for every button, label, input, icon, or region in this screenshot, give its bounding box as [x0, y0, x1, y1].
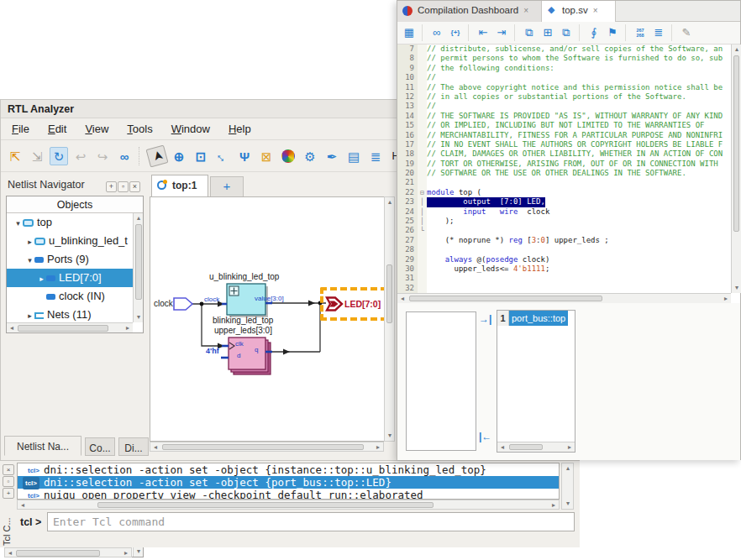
console-hscrollbar[interactable]: ◂▸ [17, 500, 560, 510]
highlight-pen-icon[interactable]: ✒ [323, 147, 341, 165]
annotate-pen-icon[interactable]: ✎ [678, 24, 695, 41]
netlist-vscrollbar[interactable]: ▴▾ [133, 213, 143, 322]
selection-hscrollbar[interactable]: ◂▸ [497, 442, 575, 452]
copy-file-icon[interactable]: ⧉ [521, 24, 538, 41]
expand-arrow-icon[interactable]: ▸ [25, 233, 34, 250]
close-icon[interactable]: × [3, 464, 14, 475]
code-line-15[interactable]: 15// OR IMPLIED, INCLUDING BUT NOT LIMIT… [397, 121, 731, 130]
code-line-7[interactable]: 7// distribute, sublicense, and/or sell … [397, 44, 731, 54]
bookmark-icon[interactable]: ⚑ [604, 24, 621, 41]
editor-vscrollbar[interactable]: ▴▾ [731, 44, 741, 293]
select-cursor-icon[interactable]: ➤ [146, 145, 169, 168]
code-line-27[interactable]: 27 (* noprune *) reg [3:0] upper_leds ; [397, 236, 731, 245]
tab-diagnostics[interactable]: Di... [118, 437, 149, 456]
find-binoculars-icon[interactable]: ∞ [428, 24, 445, 41]
move-in-icon[interactable]: →| [479, 313, 491, 325]
property-hscrollbar[interactable]: ◂▸ [4, 547, 132, 557]
code-line-28[interactable]: 28 [397, 245, 731, 254]
area-select-icon[interactable]: ⊠ [257, 147, 276, 165]
code-line-14[interactable]: 14// THE SOFTWARE IS PROVIDED "AS IS", W… [397, 112, 731, 121]
selected-items-list[interactable]: 1port_bus::top ◂▸ [497, 310, 575, 453]
zoom-area-icon[interactable]: ↔ [209, 143, 235, 169]
unindent-icon[interactable]: ⇤ [475, 24, 491, 41]
code-line-29[interactable]: 29 always @(posedge clock) [397, 255, 731, 264]
move-out-icon[interactable]: |← [479, 431, 491, 442]
code-line-22[interactable]: 22⊟module top ( [397, 188, 731, 197]
tcl-log-line[interactable]: tcl>dni::selection -action set -object {… [18, 463, 559, 476]
available-items-list[interactable] [406, 311, 476, 451]
code-line-18[interactable]: 18// CLAIM, DAMAGES OR OTHER LIABILITY, … [397, 149, 731, 159]
fold-marker-icon[interactable]: ⊟ [418, 188, 427, 197]
code-line-25[interactable]: 25│ ); [397, 217, 731, 226]
tab-top-sv[interactable]: ◆ top.sv× [542, 1, 616, 22]
tcl-console-side-tab[interactable]: Tcl C... [2, 500, 12, 546]
close-tab-icon[interactable]: × [593, 6, 598, 15]
search-binoculars-icon[interactable]: ∞ [115, 147, 134, 165]
tab-top-1[interactable]: top:1 [151, 175, 208, 196]
menu-tools[interactable]: Tools [118, 118, 161, 138]
tcl-log-line[interactable]: tcl>nuiqu open_property_view -checkpoint… [18, 489, 559, 500]
new-file-icon[interactable]: ⊞ [539, 24, 556, 41]
code-line-8[interactable]: 8// permit persons to whom the Software … [397, 54, 731, 63]
selection-list-item[interactable]: 1port_bus::top [497, 311, 575, 326]
code-line-11[interactable]: 11// The above copyright notice and this… [397, 83, 731, 92]
menu-view[interactable]: View [76, 118, 118, 138]
code-line-16[interactable]: 16// MERCHANTABILITY, FITNESS FOR A PART… [397, 131, 731, 140]
wrap-lines-icon[interactable]: ≣ [650, 24, 667, 41]
code-editor[interactable]: 7// distribute, sublicense, and/or sell … [397, 44, 731, 293]
zoom-fit-icon[interactable]: ⊡ [192, 147, 210, 165]
tab-connectivity[interactable]: Co... [85, 437, 115, 456]
tree-item-nets-11-[interactable]: ▸Nets (11) [7, 306, 133, 324]
menu-window[interactable]: Window [162, 118, 219, 138]
color-wheel-icon[interactable] [281, 149, 295, 163]
menu-edit[interactable]: Edit [39, 118, 76, 138]
code-line-10[interactable]: 10// [397, 73, 731, 82]
code-line-13[interactable]: 13// [397, 102, 731, 111]
goto-line-icon[interactable]: 267268 [632, 24, 649, 41]
back-icon[interactable]: ↩ [71, 147, 90, 165]
expand-arrow-icon[interactable]: ▾ [25, 251, 34, 269]
close-tab-icon[interactable]: × [523, 6, 528, 15]
pin-icon[interactable]: + [106, 181, 117, 192]
attach-icon[interactable]: ∮ [586, 24, 602, 41]
code-line-19[interactable]: 19// TORT OR OTHERWISE, ARISING FROM, OU… [397, 160, 731, 169]
forward-icon[interactable]: ↪ [93, 147, 112, 165]
code-line-17[interactable]: 17// IN NO EVENT SHALL THE AUTHORS OR CO… [397, 140, 731, 149]
tab-netlist-navigator[interactable]: Netlist Na... [4, 436, 81, 456]
menu-file[interactable]: File [3, 118, 39, 138]
tree-item-u-blinking-led-t[interactable]: ▸u_blinking_led_t [7, 232, 133, 250]
zoom-in-icon[interactable]: ⊕ [170, 147, 188, 165]
save-icon[interactable]: ▦ [401, 24, 418, 41]
editor-hscrollbar[interactable]: ◂▸ [397, 293, 731, 303]
menu-help[interactable]: Help [219, 118, 260, 138]
tab-compilation-dashboard[interactable]: Compilation Dashboard× [397, 1, 542, 22]
tcl-command-input[interactable] [47, 512, 575, 531]
expand-arrow-icon[interactable]: ▸ [37, 270, 46, 287]
code-line-32[interactable]: 32 [397, 284, 731, 293]
restore-icon[interactable]: ▫ [3, 476, 14, 487]
pan-hand-icon[interactable]: Ψ [235, 147, 254, 165]
schematic-vscrollbar[interactable]: ▴▾ [384, 196, 395, 442]
push-in-icon[interactable]: ⇲ [28, 147, 46, 165]
report-doc-icon[interactable]: ▤ [344, 147, 363, 165]
expand-arrow-icon[interactable]: ▸ [25, 306, 34, 324]
settings-gear-icon[interactable]: ⚙ [301, 147, 319, 165]
tree-item-clock-in-[interactable]: clock (IN) [7, 287, 133, 306]
tcl-log-line[interactable]: tcl>dni::selection -action set -object {… [18, 476, 559, 489]
code-line-30[interactable]: 30 upper_leds<= 4'b1111; [397, 264, 731, 274]
hierarchy-list-icon[interactable]: ≣ [366, 147, 385, 165]
netlist-hscrollbar[interactable]: ◂▸ [7, 322, 133, 332]
close-icon[interactable]: × [129, 181, 140, 192]
reload-netlist-icon[interactable]: ↻ [50, 147, 68, 165]
objects-column-header[interactable]: Objects [7, 196, 143, 213]
restore-icon[interactable]: ▫ [118, 181, 129, 192]
code-line-31[interactable]: 31 [397, 274, 731, 283]
code-line-9[interactable]: 9// the following conditions: [397, 64, 731, 73]
code-line-21[interactable]: 21 [397, 178, 731, 187]
tree-item-ports-9-[interactable]: ▾Ports (9) [7, 250, 133, 269]
pin-icon[interactable]: + [3, 488, 14, 499]
code-line-12[interactable]: 12// in all copies or substantial portio… [397, 92, 731, 102]
tree-item-led-7-0-[interactable]: ▸LED[7:0] [7, 269, 133, 287]
code-line-23[interactable]: 23│ output [7:0] LED, [397, 197, 731, 207]
indent-icon[interactable]: ⇥ [493, 24, 510, 41]
